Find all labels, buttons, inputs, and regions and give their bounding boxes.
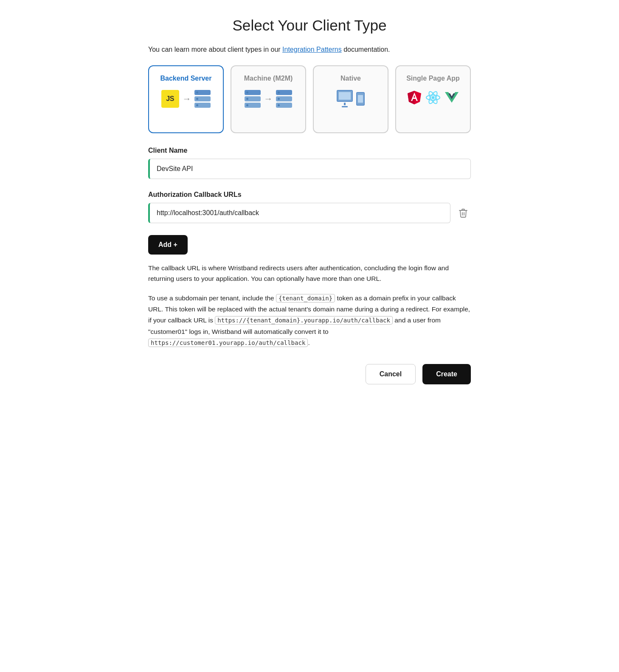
machine-m2m-label: Machine (M2M) <box>244 75 293 82</box>
angular-icon <box>407 90 422 105</box>
main-container: Select Your Client Type You can learn mo… <box>148 17 471 384</box>
server-icon-right <box>276 90 292 108</box>
cancel-button[interactable]: Cancel <box>366 364 416 384</box>
tenant-domain-token: {tenant_domain} <box>276 294 335 302</box>
client-name-input[interactable] <box>148 159 471 179</box>
callback-url-input[interactable] <box>148 203 450 223</box>
native-label: Native <box>340 75 361 82</box>
machine-m2m-icons: → <box>245 90 293 108</box>
delete-callback-button[interactable] <box>456 205 471 221</box>
backend-server-label: Backend Server <box>160 75 212 82</box>
callback-urls-group: Authorization Callback URLs <box>148 191 471 223</box>
server-icon-left <box>245 90 261 108</box>
callback-description: The callback URL is where Wristband redi… <box>148 263 471 284</box>
svg-point-4 <box>432 96 435 99</box>
monitor-icon <box>337 90 353 107</box>
page-title: Select Your Client Type <box>148 17 471 34</box>
callback-url-row <box>148 203 471 223</box>
integration-patterns-link[interactable]: Integration Patterns <box>282 46 342 53</box>
client-name-group: Client Name <box>148 147 471 179</box>
backend-server-icons: JS → <box>161 90 211 108</box>
native-icons <box>337 90 365 107</box>
url-resolved-example: https://customer01.yourapp.io/auth/callb… <box>148 339 308 347</box>
spa-icons <box>407 90 459 105</box>
actions-row: Cancel Create <box>148 364 471 384</box>
client-type-machine-m2m[interactable]: Machine (M2M) → <box>231 65 306 133</box>
subdomain-text-4: . <box>308 339 310 346</box>
server-stack-icon <box>194 90 211 108</box>
info-text-before: You can learn more about client types in… <box>148 46 282 53</box>
info-text-after: documentation. <box>342 46 390 53</box>
info-paragraph: You can learn more about client types in… <box>148 46 471 53</box>
spa-label: Single Page App <box>406 75 460 82</box>
vue-icon <box>444 90 459 105</box>
client-type-backend-server[interactable]: Backend Server JS → <box>148 65 224 133</box>
callback-urls-label: Authorization Callback URLs <box>148 191 471 199</box>
client-type-native[interactable]: Native <box>313 65 388 133</box>
arrow-icon: → <box>183 94 191 104</box>
subdomain-text-1: To use a subdomain per tenant, include t… <box>148 294 276 302</box>
client-type-selector: Backend Server JS → Machine (M2M) <box>148 65 471 133</box>
subdomain-description: To use a subdomain per tenant, include t… <box>148 293 471 349</box>
client-type-spa[interactable]: Single Page App <box>395 65 471 133</box>
phone-icon <box>356 92 365 106</box>
js-icon: JS <box>161 90 179 108</box>
create-button[interactable]: Create <box>422 364 471 384</box>
url-example-with-token: https://{tenant_domain}.yourapp.io/auth/… <box>215 316 393 325</box>
trash-icon <box>458 208 468 218</box>
add-url-button[interactable]: Add + <box>148 235 188 255</box>
react-icon <box>425 90 441 105</box>
client-name-label: Client Name <box>148 147 471 154</box>
arrow-icon-m2m: → <box>264 94 273 104</box>
